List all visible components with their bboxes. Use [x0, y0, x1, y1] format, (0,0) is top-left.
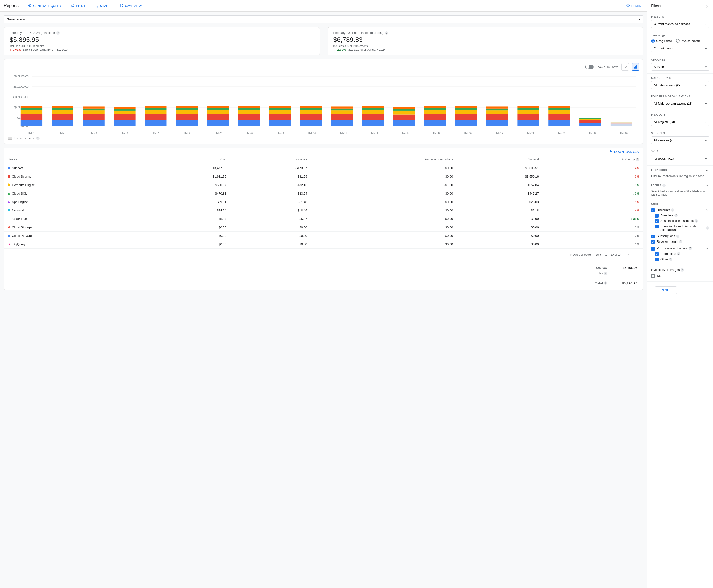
prev-page-button[interactable]: ‹: [625, 252, 632, 258]
save-view-button[interactable]: SAVE VIEW: [118, 3, 144, 8]
filters-collapse-button[interactable]: [705, 4, 709, 8]
rows-per-page-select[interactable]: 10 ▾: [595, 253, 601, 256]
sustained-use-help-icon[interactable]: ?: [695, 219, 698, 223]
print-icon: [71, 4, 75, 7]
pagination-range: 1 – 10 of 14: [605, 253, 622, 256]
reset-button[interactable]: RESET: [655, 286, 677, 294]
print-button[interactable]: PRINT: [69, 3, 87, 8]
header: Reports GENERATE QUERY PRINT SHARE SAVE …: [0, 0, 647, 12]
other-item-help-icon[interactable]: ?: [669, 258, 672, 261]
chart-controls: Show cumulative: [8, 63, 639, 71]
locations-header-row: Locations: [651, 168, 709, 173]
promotions-others-help-icon[interactable]: ?: [689, 247, 692, 250]
subaccounts-select-wrapper: All subaccounts (27): [651, 81, 709, 89]
sustained-use-checkbox[interactable]: [655, 219, 658, 223]
invoice-help-icon[interactable]: ?: [680, 268, 684, 272]
subtotal-cell: $2.90: [457, 214, 542, 223]
cumulative-toggle[interactable]: Show cumulative: [585, 64, 618, 69]
tax-label-filter: Tax: [657, 274, 662, 278]
forecast-legend-help-icon[interactable]: ?: [36, 136, 40, 140]
locations-collapse-icon[interactable]: [705, 168, 709, 173]
subscriptions-help-icon[interactable]: ?: [676, 234, 679, 238]
table-row: Compute Engine $590.97 -$32.13 -$1.00 $5…: [4, 181, 643, 189]
discounts-checkbox[interactable]: [651, 208, 655, 212]
tax-help-icon[interactable]: ?: [604, 272, 607, 275]
group-by-select[interactable]: Service: [651, 63, 709, 71]
x-label: Feb 28: [608, 132, 639, 135]
actual-help-icon[interactable]: ?: [56, 31, 60, 35]
spending-based-help-icon[interactable]: ?: [706, 226, 709, 230]
pagination: Rows per page: 10 ▾ 1 – 10 of 14 ‹ ›: [4, 249, 643, 261]
col-change: % Change ?: [543, 155, 643, 164]
discounts-help-icon[interactable]: ?: [671, 208, 674, 212]
services-filter-select[interactable]: All services (45): [651, 136, 709, 144]
promo-cell: $0.00: [311, 164, 457, 172]
line-chart-btn[interactable]: [622, 63, 629, 71]
table-row: Cloud SQL $470.81 -$23.54 $0.00 $447.27 …: [4, 189, 643, 197]
discounts-cell: $0.00: [230, 223, 311, 231]
spending-based-checkbox[interactable]: [655, 225, 658, 228]
total-help-icon[interactable]: ?: [604, 281, 607, 285]
x-label: Feb 20: [484, 132, 515, 135]
subscriptions-checkbox[interactable]: [651, 234, 655, 238]
tax-checkbox[interactable]: [651, 274, 655, 278]
promotions-others-checkbox[interactable]: [651, 247, 655, 251]
generate-query-button[interactable]: GENERATE QUERY: [26, 3, 63, 8]
subtotal-cell: $0.00: [457, 231, 542, 240]
skus-select[interactable]: All SKUs (402): [651, 155, 709, 163]
share-button[interactable]: SHARE: [93, 3, 112, 8]
generate-icon: [28, 4, 32, 7]
labels-collapse-icon[interactable]: [705, 184, 709, 189]
services-filter-label: Services: [651, 132, 709, 134]
presets-select[interactable]: Current month, all services: [651, 20, 709, 28]
time-period-select[interactable]: Current month Last month Last 3 months C…: [651, 44, 709, 52]
promotions-item-row: Promotions ?: [651, 251, 709, 257]
credits-section: Credits Discounts ?: [647, 200, 713, 265]
col-promotions: Promotions and others: [311, 155, 457, 164]
line-chart-icon: [623, 65, 627, 69]
promotions-item-help-icon[interactable]: ?: [677, 252, 680, 255]
toggle-switch[interactable]: [585, 64, 594, 69]
presets-label: Presets: [651, 15, 709, 18]
x-label: Feb 14: [390, 132, 421, 135]
other-item-row: Other ?: [651, 257, 709, 262]
change-help-icon[interactable]: ?: [636, 158, 639, 161]
subtotal-cell: $1,550.16: [457, 172, 542, 181]
saved-views-select[interactable]: Saved views ▾: [4, 15, 643, 23]
bar-chart-btn[interactable]: [632, 63, 639, 71]
share-icon: [95, 4, 99, 7]
subaccounts-select[interactable]: All subaccounts (27): [651, 81, 709, 89]
projects-select[interactable]: All projects (53): [651, 118, 709, 126]
invoice-month-radio[interactable]: Invoice month: [676, 39, 700, 43]
subtotal-cell: $0.00: [457, 240, 542, 248]
x-label: Feb 8: [234, 132, 265, 135]
promotions-item-checkbox[interactable]: [655, 252, 658, 256]
service-name: Support: [12, 166, 23, 170]
table-header-row: Service Cost Discounts Promotions and ot…: [4, 155, 643, 164]
promotions-collapse-icon[interactable]: [705, 246, 709, 251]
total-value: $5,895.95: [618, 281, 637, 285]
download-csv-button[interactable]: DOWNLOAD CSV: [609, 150, 639, 153]
change-cell: ↑ 3%: [543, 172, 643, 181]
learn-button[interactable]: LEARN: [624, 3, 643, 8]
forecast-cost-card: February 2024 (forecasted total cost) ? …: [328, 27, 644, 55]
promo-cell: $0.00: [311, 240, 457, 248]
download-icon: [609, 150, 613, 153]
x-label: Feb 18: [453, 132, 483, 135]
free-tiers-help-icon[interactable]: ?: [674, 214, 678, 217]
other-item-checkbox[interactable]: [655, 258, 658, 261]
reseller-margin-checkbox[interactable]: [651, 240, 655, 244]
summary-tax-row: Tax ? —: [10, 271, 637, 276]
actual-change-pct: 0.61%: [13, 48, 21, 51]
next-page-button[interactable]: ›: [633, 252, 639, 258]
time-range-label: Time range: [651, 34, 709, 37]
col-subtotal: ↓ Subtotal: [457, 155, 542, 164]
labels-help-icon[interactable]: ?: [663, 184, 666, 187]
folders-select[interactable]: All folders/organizations (28): [651, 100, 709, 107]
forecast-legend-label: Forecasted cost: [14, 136, 34, 140]
reseller-margin-help-icon[interactable]: ?: [679, 240, 683, 243]
forecast-help-icon[interactable]: ?: [385, 31, 388, 35]
usage-date-radio[interactable]: Usage date: [651, 39, 672, 43]
free-tiers-checkbox[interactable]: [655, 214, 658, 217]
discounts-collapse-icon[interactable]: [705, 208, 709, 213]
